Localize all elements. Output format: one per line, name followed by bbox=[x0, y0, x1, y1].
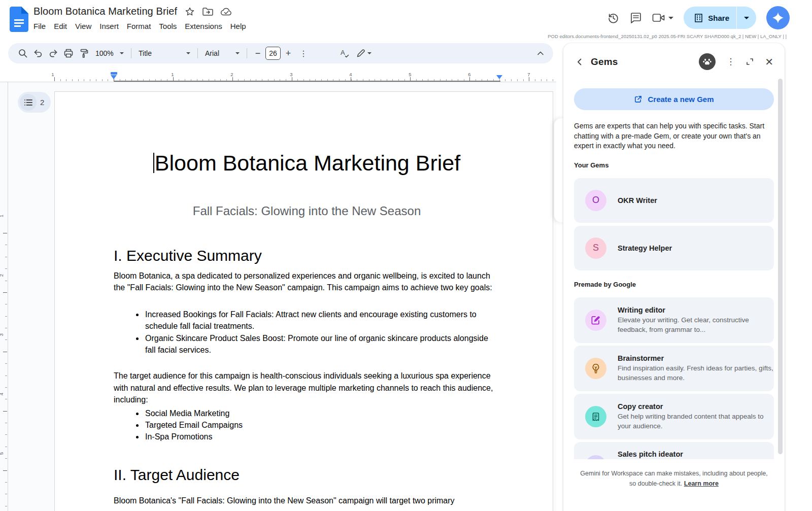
hide-menus-chevron-icon[interactable] bbox=[533, 46, 548, 61]
print-icon[interactable] bbox=[61, 46, 76, 61]
zoom-select[interactable]: 100% bbox=[91, 46, 128, 61]
gems-panel-title: Gems bbox=[591, 56, 618, 67]
create-new-gem-button[interactable]: Create a new Gem bbox=[574, 88, 774, 110]
doc-subtitle[interactable]: Fall Facials: Glowing into the New Seaso… bbox=[114, 204, 500, 218]
gem-card-strategy-helper[interactable]: S Strategy Helper bbox=[574, 226, 774, 270]
share-label: Share bbox=[708, 14, 729, 22]
building-icon bbox=[694, 13, 703, 23]
gem-card-sales-pitch-ideator[interactable]: Sales pitch ideator bbox=[574, 442, 774, 461]
build-debug-text: POD editors.documents-frontend_20250131.… bbox=[548, 33, 787, 39]
back-chevron-icon[interactable] bbox=[576, 58, 584, 66]
gem-card-okr-writer[interactable]: O OKR Writer bbox=[574, 178, 774, 223]
menu-edit[interactable]: Edit bbox=[50, 21, 71, 31]
gem-avatar: O bbox=[585, 190, 606, 211]
gem-name: Copy creator bbox=[618, 402, 774, 411]
share-button[interactable]: Share bbox=[684, 7, 756, 29]
menu-format[interactable]: Format bbox=[123, 21, 155, 31]
increase-font-size-button[interactable]: + bbox=[281, 46, 296, 61]
doc-bullet-list-goals[interactable]: Increased Bookings for Fall Facials: Att… bbox=[114, 309, 500, 356]
list-item: Targeted Email Campaigns bbox=[144, 419, 500, 431]
your-gems-label: Your Gems bbox=[574, 161, 774, 169]
star-icon[interactable] bbox=[185, 7, 195, 17]
document-content: Bloom Botanica Marketing Brief Fall Faci… bbox=[55, 92, 553, 506]
learn-more-link[interactable]: Learn more bbox=[684, 480, 719, 487]
doc-heading-target-audience[interactable]: II. Target Audience bbox=[114, 465, 500, 485]
first-line-indent-marker[interactable] bbox=[111, 72, 117, 75]
doc-heading-exec-summary[interactable]: I. Executive Summary bbox=[114, 246, 500, 265]
list-item: Social Media Marketing bbox=[144, 407, 500, 419]
premade-gems-list: Writing editor Elevate your writing. Get… bbox=[574, 297, 774, 461]
text-cursor bbox=[153, 153, 154, 173]
gems-scroll-area[interactable]: Gems are experts that can help you with … bbox=[563, 110, 785, 460]
paragraph-style-select[interactable]: Title bbox=[134, 46, 194, 61]
meet-dropdown-caret bbox=[668, 17, 673, 19]
list-item: Increased Bookings for Fall Facials: Att… bbox=[144, 309, 500, 332]
gems-panel-header: Gems ⋮ ✕ bbox=[563, 43, 785, 70]
meet-video-icon[interactable] bbox=[652, 13, 673, 23]
gem-name: Strategy Helper bbox=[618, 244, 672, 252]
gem-card-writing-editor[interactable]: Writing editor Elevate your writing. Get… bbox=[574, 297, 774, 343]
google-docs-logo[interactable] bbox=[10, 7, 28, 34]
editing-mode-pen-icon[interactable] bbox=[353, 46, 375, 61]
tab-count-badge: 2 bbox=[40, 98, 44, 107]
menu-tools[interactable]: Tools bbox=[155, 21, 181, 31]
menu-bar: File Edit View Insert Format Tools Exten… bbox=[29, 21, 250, 31]
doc-paragraph[interactable]: Bloom Botanica's "Fall Facials: Glowing … bbox=[114, 495, 500, 506]
document-title[interactable]: Bloom Botanica Marketing Brief bbox=[33, 6, 177, 17]
style-value: Title bbox=[139, 49, 152, 57]
share-dropdown[interactable] bbox=[737, 7, 756, 29]
document-page[interactable]: Bloom Botanica Marketing Brief Fall Faci… bbox=[54, 91, 553, 511]
gem-card-brainstormer[interactable]: Brainstormer Find inspiration easily. Fr… bbox=[574, 346, 774, 391]
gem-card-copy-creator[interactable]: Copy creator Get help writing branded co… bbox=[574, 394, 774, 439]
font-size-input[interactable]: 26 bbox=[265, 47, 281, 60]
list-item: Organic Skincare Product Sales Boost: Pr… bbox=[144, 332, 500, 356]
document-tabs-button[interactable]: 2 bbox=[18, 92, 51, 113]
gem-name: OKR Writer bbox=[618, 196, 657, 205]
horizontal-ruler[interactable]: 1 1 2 3 4 5 6 7 bbox=[0, 71, 553, 82]
expand-panel-icon[interactable] bbox=[746, 57, 754, 66]
decrease-font-size-button[interactable]: − bbox=[250, 46, 265, 61]
gemini-button[interactable] bbox=[766, 6, 790, 29]
move-folder-icon[interactable] bbox=[202, 7, 213, 16]
gemini-disclaimer-footer: Gemini for Workspace can make mistakes, … bbox=[563, 459, 785, 511]
menu-view[interactable]: View bbox=[71, 21, 95, 31]
font-value: Arial bbox=[205, 49, 219, 57]
left-indent-marker[interactable] bbox=[111, 75, 117, 79]
lightbulb-icon bbox=[585, 358, 606, 379]
gemini-sparkle-icon bbox=[771, 11, 785, 24]
zoom-value: 100% bbox=[95, 49, 114, 57]
premade-by-google-label: Premade by Google bbox=[574, 281, 774, 288]
right-indent-marker[interactable] bbox=[496, 75, 502, 79]
gem-name: Sales pitch ideator bbox=[618, 450, 774, 458]
doc-paragraph[interactable]: Bloom Botanica, a spa dedicated to perso… bbox=[114, 270, 500, 294]
panel-scrollbar[interactable] bbox=[778, 79, 783, 454]
create-new-gem-label: Create a new Gem bbox=[648, 95, 714, 104]
doc-bullet-list-channels[interactable]: Social Media Marketing Targeted Email Ca… bbox=[114, 407, 500, 443]
undo-icon[interactable] bbox=[30, 46, 46, 61]
more-options-kebab-icon[interactable]: ⋮ bbox=[296, 46, 311, 61]
list-item: In-Spa Promotions bbox=[144, 431, 500, 442]
redo-icon[interactable] bbox=[46, 46, 61, 61]
menu-extensions[interactable]: Extensions bbox=[181, 21, 226, 31]
doc-paragraph[interactable]: The target audience for this campaign is… bbox=[114, 370, 500, 405]
open-in-new-icon bbox=[634, 95, 642, 104]
panel-more-options-icon[interactable]: ⋮ bbox=[726, 56, 735, 67]
gems-side-panel: Gems ⋮ ✕ bbox=[563, 43, 785, 511]
menu-help[interactable]: Help bbox=[226, 21, 250, 31]
vertical-ruler[interactable]: 1 2 3 4 5 bbox=[0, 82, 8, 511]
paw-icon[interactable] bbox=[699, 53, 716, 70]
close-panel-icon[interactable]: ✕ bbox=[765, 56, 773, 68]
cloud-status-icon[interactable] bbox=[221, 8, 232, 16]
paint-format-icon[interactable] bbox=[76, 46, 91, 61]
menu-insert[interactable]: Insert bbox=[95, 21, 123, 31]
edit-square-icon bbox=[585, 310, 606, 331]
doc-heading-title[interactable]: Bloom Botanica Marketing Brief bbox=[114, 150, 500, 176]
spelling-check-icon[interactable]: A bbox=[337, 46, 353, 61]
menu-file[interactable]: File bbox=[29, 21, 50, 31]
gem-name: Writing editor bbox=[618, 306, 774, 314]
comments-icon[interactable] bbox=[630, 12, 642, 24]
margin-line bbox=[114, 81, 500, 82]
search-menus-icon[interactable] bbox=[15, 46, 30, 61]
font-select[interactable]: Arial bbox=[201, 46, 244, 61]
version-history-icon[interactable] bbox=[607, 12, 620, 24]
